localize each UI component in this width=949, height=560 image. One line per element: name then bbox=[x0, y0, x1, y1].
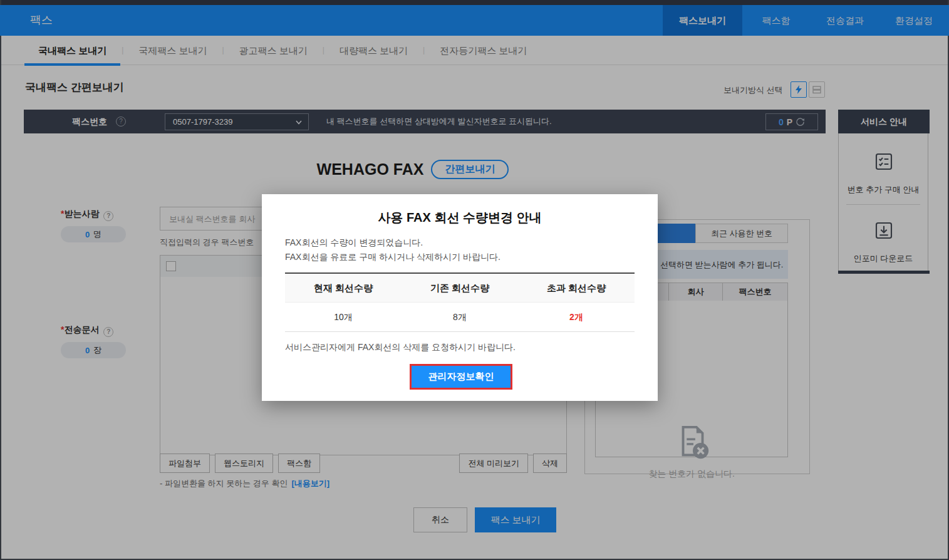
col-current-lines: 현재 회선수량 bbox=[285, 274, 402, 302]
current-lines-value: 10개 bbox=[285, 303, 402, 331]
modal-body-text: FAX회선의 수량이 변경되었습니다. FAX회선을 유료로 구매 하시거나 삭… bbox=[285, 236, 500, 264]
modal-title: 사용 FAX 회선 수량변경 안내 bbox=[262, 209, 658, 226]
col-excess-lines: 초과 회선수량 bbox=[518, 274, 635, 302]
col-previous-lines: 기존 회선수량 bbox=[402, 274, 518, 302]
line-count-table: 현재 회선수량 기존 회선수량 초과 회선수량 10개 8개 2개 bbox=[285, 272, 635, 332]
previous-lines-value: 8개 bbox=[402, 303, 518, 331]
modal-body-line1: FAX회선의 수량이 변경되었습니다. bbox=[285, 236, 500, 250]
line-count-table-values: 10개 8개 2개 bbox=[285, 303, 635, 332]
fax-app-window: 팩스 팩스보내기 팩스함 전송결과 환경설정 국내팩스 보내기 | 국제팩스 보… bbox=[0, 0, 949, 560]
modal-body-line2: FAX회선을 유료로 구매 하시거나 삭제하시기 바랍니다. bbox=[285, 250, 500, 264]
modal-footer-note: 서비스관리자에게 FAX회선의 삭제를 요청하시기 바랍니다. bbox=[285, 342, 516, 353]
line-count-table-header: 현재 회선수량 기존 회선수량 초과 회선수량 bbox=[285, 274, 635, 303]
fax-line-change-modal: 사용 FAX 회선 수량변경 안내 FAX회선의 수량이 변경되었습니다. FA… bbox=[262, 194, 658, 401]
excess-lines-value: 2개 bbox=[518, 303, 635, 331]
admin-info-confirm-button[interactable]: 관리자정보확인 bbox=[412, 366, 511, 388]
